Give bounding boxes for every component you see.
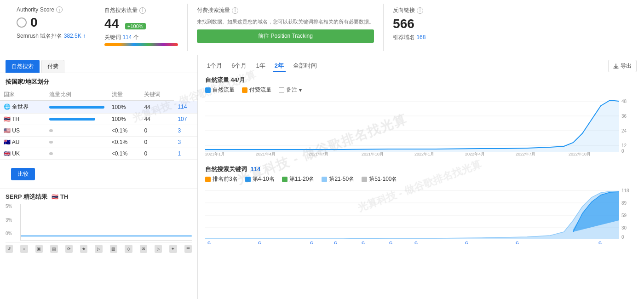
traffic-mini-bar — [49, 106, 104, 109]
11to20-icon — [282, 177, 288, 182]
legend-paid[interactable]: 付费流量 — [242, 86, 271, 94]
keyword-count-cell: 3 — [174, 125, 197, 137]
svg-text:2021年1月: 2021年1月 — [205, 152, 225, 156]
chevron-down-icon: ▾ — [299, 87, 302, 93]
organic-traffic-value: 44 +100% — [104, 16, 178, 32]
traffic-mini-bar — [49, 141, 53, 144]
serp-icon-13[interactable]: ☰ — [184, 245, 192, 253]
legend-51to100[interactable]: 第51-100名 — [362, 175, 397, 183]
authority-score-block: Authority Score i 0 Semrush 域名排名 382.5K … — [7, 4, 95, 51]
paid-traffic-title: 付费搜索流量 i — [197, 6, 374, 14]
traffic-value-cell: 0 — [140, 125, 174, 137]
table-row: 🇹🇭 TH 100% 44 107 — [0, 114, 197, 125]
serp-icon-5[interactable]: ⟳ — [65, 245, 73, 253]
semrush-rank-link[interactable]: 382.5K ↑ — [64, 33, 86, 39]
legend-top3[interactable]: 排名前3名 — [205, 175, 238, 183]
col-country: 国家 — [0, 89, 46, 101]
keywords-legend: 排名前3名 第4-10名 第11-20名 第21-50名 第51-100名 — [205, 175, 637, 183]
compare-button[interactable]: 比较 — [11, 168, 35, 180]
serp-icons-row: ↺ ○ ▣ ▤ ⟳ ★ ▷ ▨ ◇ ✉ ▷ ✦ ☰ — [6, 242, 192, 255]
svg-text:G: G — [414, 241, 418, 245]
organic-traffic-info-icon[interactable]: i — [139, 7, 146, 14]
serp-title: SERP 精选结果 🇹🇭 TH — [6, 193, 192, 201]
country-label: 全世界 — [12, 104, 29, 110]
position-tracking-button[interactable]: 前往 Position Tracking — [197, 29, 374, 43]
authority-score-value: 0 — [17, 15, 86, 30]
svg-text:2022年10月: 2022年10月 — [569, 152, 591, 156]
serp-icon-7[interactable]: ▷ — [95, 245, 102, 253]
svg-text:G: G — [465, 241, 468, 245]
serp-icon-2[interactable]: ○ — [20, 245, 28, 253]
svg-text:2021年4月: 2021年4月 — [256, 152, 276, 156]
svg-text:59: 59 — [621, 213, 627, 218]
authority-score-label: Authority Score — [17, 6, 54, 13]
legend-organic[interactable]: 自然流量 — [205, 86, 235, 94]
authority-score-info-icon[interactable]: i — [56, 6, 63, 13]
serp-icon-9[interactable]: ◇ — [125, 245, 132, 253]
export-button[interactable]: 导出 — [608, 60, 637, 72]
serp-icon-6[interactable]: ★ — [80, 245, 87, 253]
traffic-mini-bar — [49, 129, 53, 132]
svg-marker-9 — [205, 100, 619, 152]
keywords-chart-container: 118 89 59 30 0 G G G — [205, 186, 637, 247]
4to10-icon — [245, 177, 251, 182]
keyword-count-cell: 1 — [174, 148, 197, 160]
serp-icon-3[interactable]: ▣ — [35, 245, 43, 253]
col-traffic: 流量 — [108, 89, 141, 101]
traffic-chart-title: 自然流量 44/月 — [205, 76, 637, 84]
time-1month[interactable]: 1个月 — [205, 61, 224, 72]
legend-11to20[interactable]: 第11-20名 — [282, 175, 315, 183]
country-label: UK — [12, 150, 20, 157]
tab-paid[interactable]: 付费 — [41, 60, 64, 73]
serp-icon-12[interactable]: ✦ — [169, 245, 177, 253]
traffic-percent-cell: <0.1% — [108, 125, 141, 137]
legend-4to10[interactable]: 第4-10名 — [245, 175, 275, 183]
country-flag: 🇺🇸 — [4, 127, 11, 134]
traffic-percent-cell: 100% — [108, 101, 141, 114]
serp-icon-1[interactable]: ↺ — [6, 245, 13, 253]
serp-icon-10[interactable]: ✉ — [140, 245, 147, 253]
svg-text:G: G — [258, 241, 261, 245]
country-name-cell: 🇬🇧 UK — [0, 148, 46, 160]
country-flag: 🌐 — [4, 104, 11, 110]
country-flag: 🇦🇺 — [4, 139, 11, 145]
traffic-bar-cell — [46, 125, 108, 137]
backlinks-info-icon[interactable]: i — [417, 7, 423, 14]
metrics-bar: Authority Score i 0 Semrush 域名排名 382.5K … — [0, 0, 644, 55]
legend-notes[interactable]: 备注 ▾ — [279, 86, 302, 94]
circle-icon — [17, 17, 27, 28]
traffic-value-cell: 44 — [140, 101, 174, 114]
traffic-bar-cell — [46, 101, 108, 114]
table-row: 🌐 全世界 100% 44 114 — [0, 101, 197, 114]
svg-text:2022年7月: 2022年7月 — [516, 152, 535, 156]
keyword-count-cell: 3 — [174, 137, 197, 148]
keyword-count-cell: 114 — [174, 101, 197, 114]
time-6month[interactable]: 6个月 — [230, 61, 248, 72]
backlinks-block: 反向链接 i 566 引荐域名 168 — [384, 4, 476, 51]
serp-icon-4[interactable]: ▤ — [50, 245, 58, 253]
backlinks-title: 反向链接 i — [393, 6, 466, 14]
right-panel: 1个月 6个月 1年 2年 全部时间 导出 自然流量 44/月 自然流量 — [198, 55, 644, 299]
serp-icon-11[interactable]: ▷ — [155, 245, 162, 253]
svg-text:0: 0 — [621, 149, 624, 154]
time-all[interactable]: 全部时间 — [291, 61, 319, 72]
country-label: TH — [12, 116, 19, 122]
backlinks-value: 566 — [393, 16, 466, 32]
tab-organic-search[interactable]: 自然搜索 — [6, 60, 40, 73]
time-2year[interactable]: 2年 — [273, 61, 286, 72]
organic-traffic-title: 自然搜索流量 i — [104, 6, 178, 14]
table-row: 🇺🇸 US <0.1% 0 3 — [0, 125, 197, 137]
svg-text:30: 30 — [621, 225, 627, 230]
paid-traffic-info-icon[interactable]: i — [232, 7, 238, 14]
country-table: 国家 流量比例 流量 关键词 🌐 全世界 100% 44 114 🇹🇭 TH 1 — [0, 89, 197, 160]
country-section-title: 按国家/地区划分 — [0, 73, 197, 89]
time-1year[interactable]: 1年 — [254, 61, 267, 72]
legend-21to50[interactable]: 第21-50名 — [322, 175, 354, 183]
traffic-percent-cell: <0.1% — [108, 137, 141, 148]
svg-text:2021年7月: 2021年7月 — [309, 152, 328, 156]
country-label: AU — [12, 139, 20, 145]
country-label: US — [12, 127, 20, 134]
organic-keywords-link[interactable]: 114 — [122, 34, 133, 40]
referring-domains-link[interactable]: 168 — [416, 34, 426, 40]
serp-icon-8[interactable]: ▨ — [110, 245, 117, 253]
